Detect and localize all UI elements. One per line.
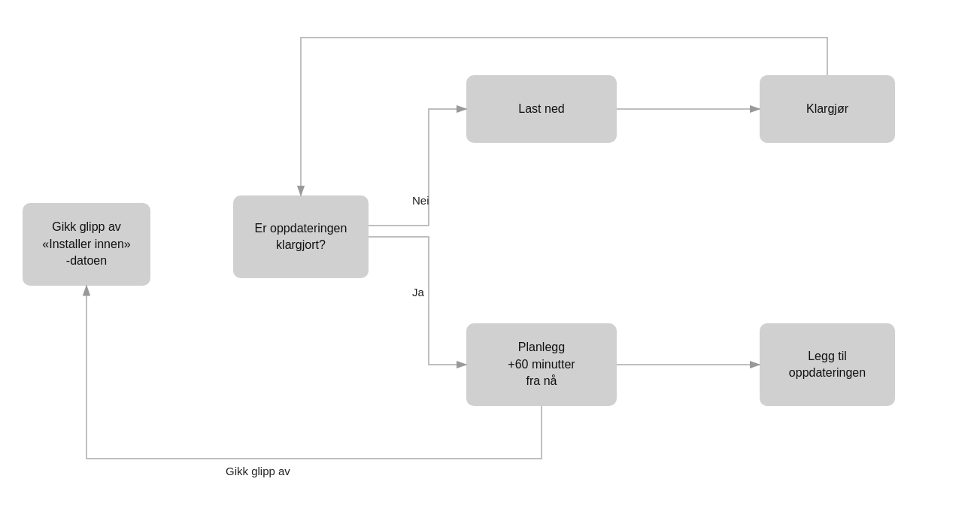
- label-nei: Nei: [412, 194, 429, 207]
- node-prepare: Klargjør: [760, 75, 895, 143]
- label-ja: Ja: [412, 286, 424, 298]
- label-gikk-glipp: Gikk glipp av: [226, 465, 290, 477]
- node-missed-deadline: Gikk glipp av «Installer innen» -datoen: [23, 203, 150, 286]
- diagram: Gikk glipp av «Installer innen» -datoen …: [0, 0, 980, 506]
- node-download: Last ned: [466, 75, 617, 143]
- node-check-prepared: Er oppdateringen klargjort?: [233, 195, 369, 278]
- node-add-update: Legg til oppdateringen: [760, 323, 895, 406]
- node-schedule: Planlegg +60 minutter fra nå: [466, 323, 617, 406]
